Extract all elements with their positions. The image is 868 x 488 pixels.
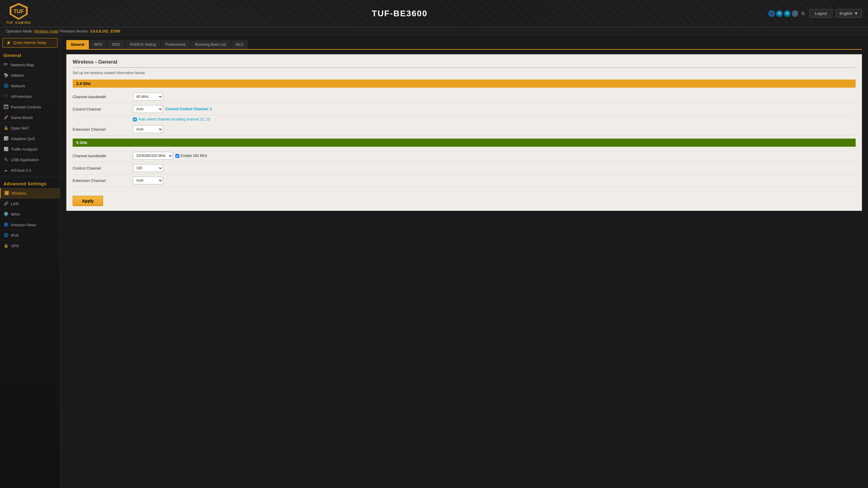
channel-bw-5-select[interactable]: 20 MHz 40 MHz 80 MHz 20/40/80/160 MHz <box>133 152 173 160</box>
extension-channel-5-controls: Auto Above Below <box>133 176 163 184</box>
wireless-icon: 📶 <box>4 191 9 195</box>
sidebar-item-adaptive-qos[interactable]: 📊 Adaptive QoS <box>0 133 60 144</box>
chevron-down-icon: ▼ <box>854 11 858 16</box>
sidebar-item-network-map[interactable]: 🗺 Network Map <box>0 60 60 70</box>
tab-general[interactable]: General <box>66 40 89 49</box>
sidebar: ⚡ Quick Internet Setup General 🗺 Network… <box>0 36 60 488</box>
band-5ghz: 5 GHz <box>73 138 856 147</box>
sidebar-label-wireless: Wireless <box>11 191 27 195</box>
sidebar-item-game-boost[interactable]: 🚀 Game Boost <box>0 112 60 123</box>
usb-icon: 🔌 <box>4 157 8 162</box>
extension-channel-24-label: Extension Channel <box>73 127 133 132</box>
logo-area: TUF TUF GAMING <box>6 2 31 24</box>
channel-bw-5-label: Channel bandwidth <box>73 154 133 158</box>
status-icon-gear2: ⚙ <box>784 10 790 17</box>
game-icon: 🚀 <box>4 115 8 120</box>
tab-mlo[interactable]: MLO <box>231 40 248 49</box>
sidebar-label-traffic: Traffic Analyzer <box>11 147 38 152</box>
language-label: English <box>839 11 852 16</box>
wan-icon: 🌍 <box>4 212 8 217</box>
sidebar-item-aicloud[interactable]: ☁ AiCloud 2.0 <box>0 165 60 175</box>
status-icon-gear1: ⚙ <box>776 10 783 17</box>
op-mode-bar: Operation Mode: Wireless router Firmware… <box>0 27 868 36</box>
language-selector[interactable]: English ▼ <box>835 9 862 18</box>
control-channel-5-label: Control Channel <box>73 166 133 170</box>
sidebar-item-usb-application[interactable]: 🔌 USB Application <box>0 155 60 165</box>
auto-select-label[interactable]: Auto select channel including channel 12… <box>133 117 856 121</box>
sidebar-item-vpn[interactable]: 🔒 VPN <box>0 241 60 251</box>
sidebar-item-lan[interactable]: 🔗 LAN <box>0 198 60 209</box>
extension-channel-24-controls: Auto Above Below <box>133 125 163 133</box>
sidebar-item-ipv6[interactable]: 🌐 IPv6 <box>0 230 60 241</box>
sidebar-label-game-boost: Game Boost <box>11 116 33 120</box>
extension-channel-5-select[interactable]: Auto Above Below <box>133 176 163 184</box>
channel-bw-24-label: Channel bandwidth <box>73 95 133 99</box>
sidebar-label-alexa: Amazon Alexa <box>11 223 36 227</box>
panel-title: Wireless - General <box>73 59 856 68</box>
sidebar-item-network[interactable]: 🌐 Network <box>0 81 60 91</box>
sidebar-item-traffic-analyzer[interactable]: 📈 Traffic Analyzer <box>0 144 60 155</box>
auto-select-checkbox[interactable] <box>133 118 137 121</box>
logout-button[interactable]: Logout <box>809 9 833 18</box>
enable-160-label[interactable]: Enable 160 MHz <box>176 154 207 158</box>
quick-setup-label: Quick Internet Setup <box>13 41 46 45</box>
apply-row: Apply <box>73 191 856 206</box>
control-channel-24-label: Control Channel <box>73 107 133 111</box>
enable-160-checkbox[interactable] <box>176 154 179 158</box>
control-channel-5-select[interactable]: 36 40 44 48 100 104 149 <box>133 164 163 172</box>
sidebar-label-vpn: VPN <box>11 244 19 248</box>
sidebar-item-aimesh[interactable]: 📡 AiMesh <box>0 70 60 81</box>
control-channel-24-select[interactable]: Auto 1 2 6 11 <box>133 105 163 113</box>
op-mode-value[interactable]: Wireless router <box>34 29 59 33</box>
status-icon-network: ⬛ <box>768 10 775 17</box>
auto-select-row: Auto select channel including channel 12… <box>73 116 856 123</box>
extension-channel-24-row: Extension Channel Auto Above Below <box>73 123 856 135</box>
channel-bw-24-select[interactable]: 20 MHz 40 MHz <box>133 93 163 101</box>
svg-text:TUF: TUF <box>13 8 24 14</box>
quick-internet-setup[interactable]: ⚡ Quick Internet Setup <box>2 38 58 47</box>
traffic-icon: 📈 <box>4 147 8 152</box>
extension-channel-5-row: Extension Channel Auto Above Below <box>73 174 856 187</box>
ipv6-icon: 🌐 <box>4 233 8 238</box>
apply-button[interactable]: Apply <box>73 196 103 206</box>
open-nat-icon: 🔓 <box>4 126 8 130</box>
extension-channel-24-select[interactable]: Auto Above Below <box>133 125 163 133</box>
auto-select-text: Auto select channel including channel 12… <box>138 117 210 121</box>
sidebar-item-open-nat[interactable]: 🔓 Open NAT <box>0 123 60 133</box>
header: TUF TUF GAMING TUF-BE3600 ⬛ ⚙ ⚙ 👤 ⚙ Logo… <box>0 0 868 27</box>
sidebar-label-parental: Parental Controls <box>11 105 41 109</box>
sidebar-label-usb: USB Application <box>11 158 39 162</box>
tab-radius-label: RADIUS Setting <box>130 42 156 47</box>
sidebar-item-amazon-alexa[interactable]: 🔵 Amazon Alexa <box>0 220 60 230</box>
parental-icon: 👨‍👩‍👧 <box>4 104 8 109</box>
channel-bw-24-controls: 20 MHz 40 MHz <box>133 93 163 101</box>
sidebar-item-wireless[interactable]: 📶 Wireless <box>0 188 60 198</box>
tab-roaming[interactable]: Roaming Block List <box>190 40 230 49</box>
content-area: General WPS WDS RADIUS Setting Professio… <box>60 36 868 488</box>
tab-bar: General WPS WDS RADIUS Setting Professio… <box>66 40 862 50</box>
alexa-icon: 🔵 <box>4 222 8 227</box>
current-channel-text: Current Control Channel: 2 <box>165 107 212 111</box>
quick-setup-icon: ⚡ <box>6 41 11 45</box>
sidebar-item-parental-controls[interactable]: 👨‍👩‍👧 Parental Controls <box>0 102 60 112</box>
panel-subtitle: Set up the wireless related information … <box>73 71 856 75</box>
network-map-icon: 🗺 <box>4 62 8 67</box>
channel-bw-24-row: Channel bandwidth 20 MHz 40 MHz <box>73 91 856 103</box>
sidebar-item-aiprotection[interactable]: 🛡 AiProtection <box>0 91 60 102</box>
lan-icon: 🔗 <box>4 201 8 206</box>
aicloud-icon: ☁ <box>4 168 8 173</box>
vpn-icon: 🔒 <box>4 243 8 248</box>
fw-label: Firmware Version: <box>60 29 89 33</box>
tab-mlo-label: MLO <box>236 42 244 47</box>
aiprotection-icon: 🛡 <box>4 94 8 99</box>
status-icons: ⬛ ⚙ ⚙ 👤 ⚙ <box>768 10 806 17</box>
tab-radius[interactable]: RADIUS Setting <box>125 40 160 49</box>
section-divider <box>0 177 60 177</box>
tab-wps[interactable]: WPS <box>90 40 107 49</box>
network-icon: 🌐 <box>4 84 8 88</box>
sidebar-item-wan[interactable]: 🌍 WAN <box>0 209 60 220</box>
tab-wds-label: WDS <box>112 42 120 47</box>
tab-professional[interactable]: Professional <box>161 40 190 49</box>
general-section-header: General <box>0 50 60 60</box>
tab-wds[interactable]: WDS <box>107 40 125 49</box>
